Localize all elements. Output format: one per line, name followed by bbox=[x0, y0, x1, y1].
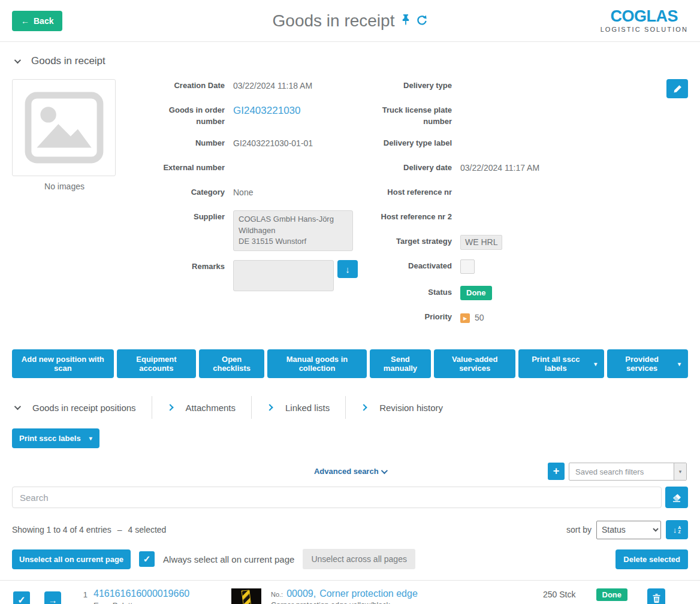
search-input[interactable] bbox=[12, 487, 662, 508]
tab-attachments[interactable]: Attachments bbox=[168, 403, 236, 413]
field-priority: Priority ▶ 50 bbox=[371, 310, 611, 326]
remarks-expand-button[interactable]: ↓ bbox=[337, 260, 358, 278]
row-open-button[interactable]: → bbox=[44, 591, 61, 604]
saved-filters-placeholder: Saved search filters bbox=[569, 463, 674, 480]
priority-icon: ▶ bbox=[460, 313, 470, 323]
manual-goods-in-collection-button[interactable]: Manual goods in collection bbox=[267, 349, 367, 378]
top-bar: ← Back Goods in receipt COGLAS LOGISTIC … bbox=[0, 0, 700, 42]
sort-direction-button[interactable]: ↓ AZ bbox=[666, 520, 688, 539]
caret-down-icon: ▾ bbox=[594, 361, 597, 367]
back-arrow-icon: ← bbox=[21, 16, 29, 26]
button-label: Print all sscc labels bbox=[526, 355, 586, 373]
no-images-label: No images bbox=[12, 182, 117, 191]
delete-selected-button[interactable]: Delete selected bbox=[615, 549, 688, 569]
row-status-badge: Done bbox=[596, 588, 628, 601]
edit-button[interactable] bbox=[666, 79, 688, 98]
section-title: Goods in receipt bbox=[31, 55, 105, 67]
field-label: Host reference nr bbox=[371, 186, 452, 201]
tab-goods-in-receipt-positions[interactable]: Goods in receipt positions bbox=[14, 403, 136, 413]
button-label: Provided services bbox=[614, 355, 669, 373]
saved-search-filters-select[interactable]: Saved search filters ▾ bbox=[569, 463, 687, 481]
status-badge: Done bbox=[460, 286, 492, 300]
pin-icon[interactable] bbox=[400, 14, 411, 28]
sort-arrow: ↓ bbox=[673, 526, 677, 534]
field-label: Remarks bbox=[153, 260, 225, 291]
list-meta-row: Showing 1 to 4 of 4 entries – 4 selected… bbox=[0, 508, 700, 539]
field-number: Number GI2403221030-01-01 bbox=[153, 137, 364, 152]
row-checkbox[interactable]: ✓ bbox=[13, 591, 30, 604]
trash-icon bbox=[653, 594, 660, 603]
button-label: Print sscc labels bbox=[19, 434, 81, 443]
pallet-type-label: Euro-Palette bbox=[93, 601, 231, 604]
field-host-reference-nr: Host reference nr bbox=[371, 186, 611, 201]
print-sscc-labels-button[interactable]: Print sscc labels ▾ bbox=[12, 428, 99, 448]
caret-down-icon: ▾ bbox=[89, 435, 92, 442]
advanced-search-link[interactable]: Advanced search bbox=[314, 467, 379, 476]
unselect-across-all-pages-button[interactable]: Unselect across all pages bbox=[303, 549, 415, 569]
back-button[interactable]: ← Back bbox=[12, 11, 62, 31]
field-value: None bbox=[233, 186, 253, 201]
tab-revision-history[interactable]: Revision history bbox=[361, 403, 443, 413]
tab-divider bbox=[152, 396, 152, 419]
check-icon: ✓ bbox=[143, 554, 151, 564]
tab-label: Goods in receipt positions bbox=[32, 403, 136, 413]
detail-tabs: Goods in receipt positions Attachments L… bbox=[0, 378, 700, 419]
add-new-position-with-scan-button[interactable]: Add new position with scan bbox=[12, 349, 114, 378]
image-placeholder bbox=[12, 79, 116, 176]
print-all-sscc-labels-button[interactable]: Print all sscc labels ▾ bbox=[518, 349, 604, 378]
article-number-link[interactable]: 00009, bbox=[286, 588, 316, 599]
chevron-down-icon[interactable] bbox=[381, 467, 388, 474]
field-delivery-type-label: Delivery type label bbox=[371, 137, 611, 152]
sort-az-icon: ↓ AZ bbox=[673, 526, 681, 534]
logo-text: COGLAS bbox=[601, 8, 688, 25]
send-manually-button[interactable]: Send manually bbox=[370, 349, 431, 378]
chevron-right-icon bbox=[167, 404, 173, 411]
search-bar bbox=[0, 485, 700, 508]
field-label: Truck license plate number bbox=[371, 104, 452, 128]
field-label: Number bbox=[153, 137, 225, 152]
selection-controls-row: Unselect all on current page ✓ Always se… bbox=[0, 539, 700, 569]
pencil-icon bbox=[673, 84, 682, 93]
clear-search-button[interactable] bbox=[665, 487, 688, 508]
sort-by-label: sort by bbox=[566, 525, 592, 534]
right-arrow-icon: → bbox=[49, 595, 58, 604]
remarks-textarea[interactable] bbox=[233, 260, 334, 291]
target-strategy-value: WE HRL bbox=[460, 235, 502, 250]
article-name-link[interactable]: Corner protection edge bbox=[319, 588, 418, 599]
row-delete-button[interactable] bbox=[647, 588, 665, 604]
tab-divider bbox=[251, 396, 252, 419]
field-host-reference-nr-2: Host reference nr 2 bbox=[371, 210, 611, 226]
logo-subtext: LOGISTIC SOLUTION bbox=[601, 26, 688, 33]
tab-linked-lists[interactable]: Linked lists bbox=[267, 403, 330, 413]
priority-value: 50 bbox=[475, 312, 484, 324]
play-icon: ▶ bbox=[463, 315, 467, 322]
pallet-number-link[interactable]: 416161616000019660 bbox=[93, 588, 231, 599]
coglas-logo: COGLAS LOGISTIC SOLUTION bbox=[601, 8, 688, 33]
always-select-checkbox[interactable]: ✓ bbox=[139, 551, 155, 567]
goods-in-order-number-link[interactable]: GI2403221030 bbox=[233, 104, 301, 128]
selected-count-label: 4 selected bbox=[128, 525, 167, 534]
field-status: Status Done bbox=[371, 286, 611, 301]
field-label: Target strategy bbox=[371, 235, 452, 250]
article-no-prefix: No.: bbox=[271, 591, 283, 598]
provided-services-button[interactable]: Provided services ▾ bbox=[607, 349, 688, 378]
quantity-label: 250 Stck bbox=[510, 588, 576, 599]
value-added-services-button[interactable]: Value-added services bbox=[434, 349, 515, 378]
field-label: Delivery date bbox=[371, 161, 452, 177]
sort-select[interactable]: Status bbox=[596, 521, 661, 539]
supplier-textarea[interactable]: COGLAS GmbH Hans-Jörg Wildhagen DE 31515… bbox=[233, 210, 353, 252]
refresh-icon[interactable] bbox=[416, 14, 427, 28]
deactivated-checkbox[interactable] bbox=[460, 259, 475, 274]
chevron-right-icon bbox=[266, 404, 273, 411]
field-deactivated: Deactivated bbox=[371, 259, 611, 277]
add-filter-button[interactable]: + bbox=[548, 463, 565, 480]
goods-in-receipt-section-header[interactable]: Goods in receipt bbox=[0, 42, 700, 76]
open-checklists-button[interactable]: Open checklists bbox=[199, 349, 264, 378]
sort-a: A bbox=[678, 526, 681, 530]
dropdown-arrow-icon: ▾ bbox=[674, 463, 686, 480]
unselect-all-current-page-button[interactable]: Unselect all on current page bbox=[12, 549, 131, 569]
field-remarks: Remarks ↓ bbox=[153, 260, 364, 291]
field-label: Goods in order number bbox=[153, 104, 225, 128]
equipment-accounts-button[interactable]: Equipment accounts bbox=[117, 349, 197, 378]
field-goods-in-order-number: Goods in order number GI2403221030 bbox=[153, 104, 364, 128]
